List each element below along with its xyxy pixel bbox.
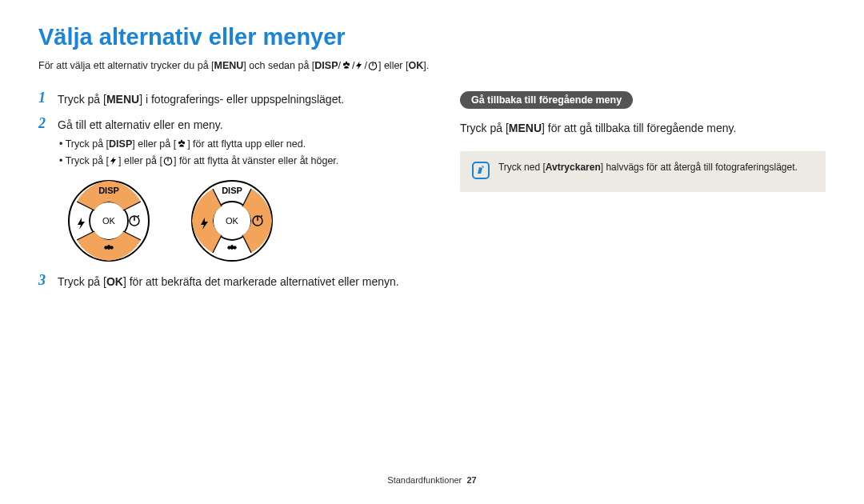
svg-point-1 bbox=[375, 62, 376, 63]
step-2-bullet-2: Tryck på [] eller på [] för att flytta å… bbox=[59, 154, 428, 171]
section-pill: Gå tillbaka till föregående meny bbox=[460, 91, 633, 109]
menu-label: MENU bbox=[509, 122, 542, 134]
note-icon bbox=[471, 161, 490, 182]
timer-icon bbox=[162, 155, 174, 171]
ok-label: OK bbox=[106, 275, 123, 288]
back-instruction: Tryck på [MENU] för att gå tillbaka till… bbox=[460, 120, 826, 137]
flash-icon bbox=[109, 155, 118, 171]
svg-point-14 bbox=[138, 215, 139, 217]
flash-icon bbox=[354, 60, 364, 74]
intro-text: För att välja ett alternativ trycker du … bbox=[38, 60, 826, 74]
ok-label: OK bbox=[408, 60, 423, 71]
svg-text:OK: OK bbox=[102, 216, 116, 226]
flower-icon bbox=[341, 60, 352, 74]
dpad-diagram-horizontal: DISP OK bbox=[190, 179, 274, 262]
nav-diagrams: DISP OK bbox=[67, 179, 428, 262]
step-2: Gå till ett alternativ eller en meny. Tr… bbox=[38, 117, 428, 262]
right-column: Gå tillbaka till föregående meny Tryck p… bbox=[460, 91, 826, 299]
menu-label: MENU bbox=[214, 60, 244, 71]
svg-text:OK: OK bbox=[226, 216, 239, 226]
menu-label: MENU bbox=[106, 93, 139, 106]
flower-icon bbox=[176, 138, 187, 154]
dpad-diagram-vertical: DISP OK bbox=[67, 179, 150, 262]
svg-text:DISP: DISP bbox=[98, 186, 119, 195]
svg-text:DISP: DISP bbox=[222, 186, 242, 195]
svg-point-25 bbox=[261, 215, 262, 217]
step-1: Tryck på [MENU] i fotograferings- eller … bbox=[38, 91, 428, 107]
left-column: Tryck på [MENU] i fotograferings- eller … bbox=[38, 91, 428, 299]
note-box: Tryck ned [Avtryckaren] halvvägs för att… bbox=[460, 151, 826, 192]
step-3: Tryck på [OK] för att bekräfta det marke… bbox=[38, 274, 428, 290]
disp-label: DISP bbox=[314, 60, 338, 71]
disp-label: DISP bbox=[109, 138, 132, 150]
svg-point-3 bbox=[170, 158, 171, 158]
timer-icon bbox=[367, 60, 378, 74]
page-footer: Standardfunktioner 27 bbox=[0, 475, 864, 485]
page-title: Välja alternativ eller menyer bbox=[38, 24, 826, 50]
step-2-bullet-1: Tryck på [DISP] eller på [] för att flyt… bbox=[59, 137, 428, 154]
note-text: Tryck ned [Avtryckaren] halvvägs för att… bbox=[498, 161, 798, 174]
